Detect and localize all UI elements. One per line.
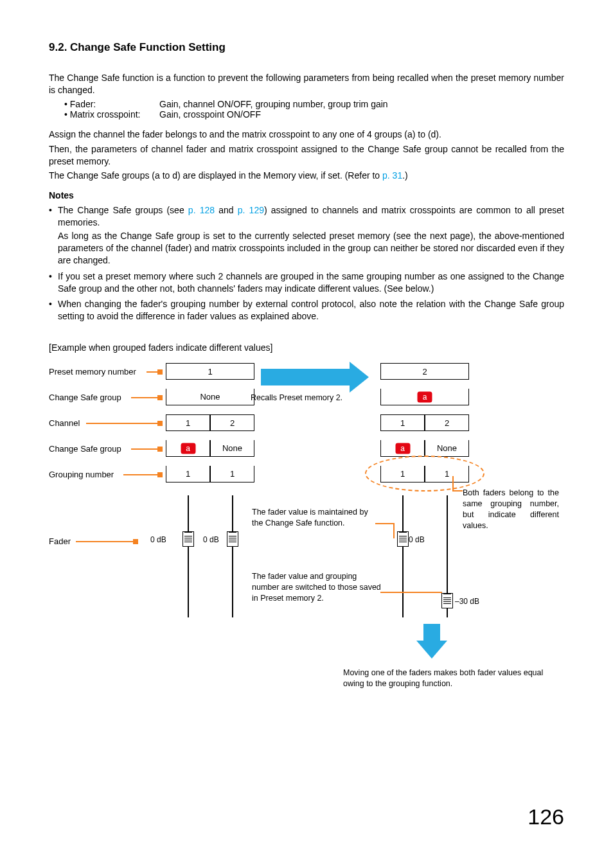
box-preset-left: 1: [166, 363, 254, 380]
fader-value: 0 dB: [150, 535, 166, 544]
section-heading: 9.2. Change Safe Function Setting: [49, 41, 564, 54]
footer-note: Moving one of the faders makes both fade…: [343, 668, 562, 689]
box-safe-ch-left-2: None: [210, 440, 254, 457]
fader-track: [232, 495, 233, 617]
def-key: • Matrix crosspoint:: [64, 109, 159, 120]
fader-track: [188, 495, 189, 617]
example-caption: [Example when grouped faders indicate di…: [49, 342, 564, 354]
definition-matrix: • Matrix crosspoint: Gain, crosspoint ON…: [49, 109, 564, 120]
note-item-2: If you set a preset memory where such 2 …: [49, 270, 564, 295]
box-safe-ch-right-1: a: [380, 440, 425, 457]
row-label-safe-group-2: Change Safe group: [49, 444, 121, 454]
box-ch-left-2: 2: [210, 414, 254, 431]
text: and: [215, 205, 238, 215]
box-safe-ch-right-2: None: [425, 440, 469, 457]
row-label-preset: Preset memory number: [49, 367, 136, 376]
recall-text: Recalls Preset memory 2.: [251, 393, 379, 403]
row-label-fader: Fader: [49, 536, 71, 546]
paragraph-assign: Assign the channel the fader belongs to …: [49, 128, 564, 141]
definition-fader: • Fader: Gain, channel ON/OFF, grouping …: [49, 99, 564, 109]
box-ch-left-1: 1: [166, 414, 210, 431]
connector: [380, 592, 442, 593]
badge-a: a: [396, 443, 410, 454]
page-link-31[interactable]: p. 31: [382, 170, 402, 181]
box-ch-right-1: 1: [380, 414, 425, 431]
intro-paragraph: The Change Safe function is a function t…: [49, 72, 564, 96]
box-safe-right: a: [380, 389, 469, 405]
fader-knob: [182, 531, 194, 547]
box-grp-left-2: 1: [210, 466, 254, 483]
ellipse-highlight: [365, 456, 484, 492]
leader: [86, 423, 162, 424]
box-safe-left: None: [166, 389, 254, 405]
example-diagram: Preset memory number Change Safe group C…: [49, 367, 564, 695]
fader-value: –30 dB: [455, 597, 479, 606]
note-item-3: When changing the fader's grouping numbe…: [49, 298, 564, 323]
annot-both-faders: Both faders belong to the same grouping …: [463, 488, 559, 531]
box-ch-right-2: 2: [425, 414, 469, 431]
badge-a: a: [181, 443, 195, 454]
leader: [147, 371, 162, 373]
notes-list: The Change Safe groups (see p. 128 and p…: [49, 204, 564, 323]
fader-track: [447, 495, 448, 617]
text: .): [402, 170, 408, 181]
def-key: • Fader:: [64, 99, 159, 109]
leader: [123, 474, 162, 475]
notes-heading: Notes: [49, 190, 564, 202]
badge-a: a: [418, 392, 432, 402]
def-val: Gain, crosspoint ON/OFF: [159, 109, 261, 120]
text: The Change Safe groups (a to d) are disp…: [49, 170, 382, 181]
box-grp-left-1: 1: [166, 466, 210, 483]
connector: [452, 476, 454, 492]
leader: [131, 397, 162, 398]
leader: [76, 541, 138, 542]
row-label-safe-group: Change Safe group: [49, 393, 121, 402]
row-label-grouping: Grouping number: [49, 470, 114, 479]
connector: [375, 523, 395, 524]
leader: [131, 448, 162, 450]
box-preset-right: 2: [380, 363, 469, 380]
annot-switched: The fader value and grouping number are …: [252, 571, 384, 604]
page-link-129[interactable]: p. 129: [238, 205, 264, 215]
row-label-channel: Channel: [49, 418, 80, 428]
paragraph-display: The Change Safe groups (a to d) are disp…: [49, 170, 564, 182]
page-link-128[interactable]: p. 128: [188, 205, 215, 215]
fader-value: 0 dB: [409, 535, 425, 544]
box-safe-ch-left-1: a: [166, 440, 210, 457]
page-number: 126: [528, 804, 564, 829]
fader-track: [402, 495, 404, 617]
note-subtext: As long as the Change Safe group is set …: [58, 230, 564, 267]
fader-knob: [227, 531, 238, 547]
text: The Change Safe groups (see: [58, 205, 188, 215]
def-val: Gain, channel ON/OFF, grouping number, g…: [159, 99, 388, 109]
note-item-1: The Change Safe groups (see p. 128 and p…: [49, 204, 564, 266]
fader-knob: [441, 593, 453, 608]
paragraph-then: Then, the parameters of channel fader an…: [49, 143, 564, 168]
connector: [454, 490, 463, 492]
connector: [393, 523, 395, 538]
annot-maintained: The fader value is maintained by the Cha…: [252, 507, 380, 529]
fader-knob: [397, 531, 409, 547]
fader-value: 0 dB: [203, 535, 219, 544]
